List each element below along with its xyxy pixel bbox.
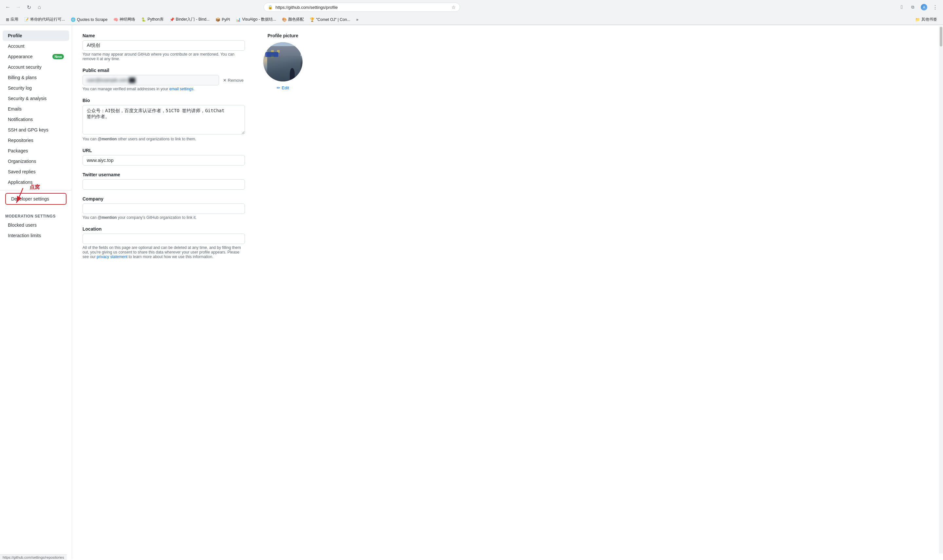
address-bar[interactable]: 🔒 https://github.com/settings/profile ☆ [264, 3, 460, 12]
bookmark-python[interactable]: 🐍 Python库 [139, 16, 166, 23]
bookmark-colors[interactable]: 🎨 颜色搭配 [279, 16, 307, 23]
name-field-group: Name Your name may appear around GitHub … [82, 33, 245, 61]
url-input[interactable] [82, 155, 245, 166]
sidebar-item-ssh-keys[interactable]: SSH and GPG keys [3, 125, 69, 135]
back-button[interactable]: ← [3, 3, 12, 12]
bookmark-comet[interactable]: 🏆 "Comet OJ" | Con... [307, 16, 353, 23]
comet-icon: 🏆 [310, 17, 315, 22]
bookmark-folder[interactable]: 📁 其他书签 [912, 16, 940, 23]
company-label: Company [82, 196, 245, 202]
scrollbar-thumb[interactable] [940, 27, 942, 46]
company-field-group: Company You can @mention your company's … [82, 196, 245, 220]
name-input[interactable] [82, 40, 245, 51]
apps-icon: ⊞ [6, 17, 9, 22]
star-icon[interactable]: ☆ [452, 5, 456, 10]
browser-actions:  ⧉ A ⋮ [897, 3, 940, 12]
email-field-group: Public email user@example.com ██ ✕ Remov… [82, 68, 245, 91]
form-area: Name Your name may appear around GitHub … [82, 33, 245, 266]
avatar-image [263, 42, 303, 82]
bookmark-apps[interactable]: ⊞ 应用 [3, 16, 21, 23]
moderation-section-label: Moderation settings [0, 210, 72, 220]
company-input[interactable] [82, 203, 245, 214]
bookmark-binder[interactable]: 📌 Binder入门 - Bind... [167, 16, 212, 23]
bookmark-quotes[interactable]: 🌐 Quotes to Scrape [68, 16, 110, 23]
profile-picture-section: Profile picture [255, 33, 310, 90]
sidebar-item-packages[interactable]: Packages [3, 146, 69, 156]
blurred-email-text: user@example.com ██ [87, 77, 135, 83]
location-hint: All of the fields on this page are optio… [82, 245, 245, 259]
home-button[interactable]: ⌂ [35, 3, 44, 12]
python-icon: 🐍 [141, 17, 146, 22]
colors-icon: 🎨 [282, 17, 287, 22]
forward-button[interactable]: → [14, 3, 23, 12]
reload-button[interactable]: ↻ [24, 3, 33, 12]
nav-buttons: ← → ↻ ⌂ [3, 3, 44, 12]
email-hint: You can manage verified email addresses … [82, 87, 245, 91]
sidebar-item-account[interactable]: Account [3, 41, 69, 51]
profile-icon[interactable]: A [920, 3, 929, 12]
sidebar-item-repositories[interactable]: Repositories [3, 135, 69, 146]
lock-icon: 🔒 [268, 5, 273, 9]
new-badge: New [52, 54, 64, 59]
bio-label: Bio [82, 98, 245, 103]
page-content: Profile Account Appearance New Account s… [0, 25, 943, 559]
status-bar: https://github.com/settings/repositories [0, 554, 67, 559]
name-label: Name [82, 33, 245, 38]
translate-icon[interactable]:  [897, 3, 906, 12]
annotation-text: 点窝 [29, 184, 40, 191]
pencil-icon: ✏ [277, 85, 280, 90]
bookmarks-bar: ⊞ 应用 📝 将你的代码运行可... 🌐 Quotes to Scrape 🧠 … [0, 14, 943, 25]
email-input-blurred: user@example.com ██ [82, 75, 219, 85]
edit-avatar-button[interactable]: ✏ Edit [277, 85, 289, 90]
location-label: Location [82, 226, 245, 232]
sidebar-item-interaction-limits[interactable]: Interaction limits [3, 230, 69, 241]
bio-hint: You can @mention other users and organiz… [82, 137, 245, 141]
bookmark-code[interactable]: 📝 将你的代码运行可... [22, 16, 68, 23]
location-input[interactable] [82, 234, 245, 244]
twitter-input[interactable] [82, 179, 245, 190]
scrollbar[interactable] [939, 26, 943, 554]
twitter-label: Twitter username [82, 172, 245, 177]
bookmark-more[interactable]: » [353, 16, 361, 23]
main-content: Name Your name may appear around GitHub … [72, 25, 321, 559]
browser-toolbar: ← → ↻ ⌂ 🔒 https://github.com/settings/pr… [0, 0, 943, 14]
sidebar-item-saved-replies[interactable]: Saved replies [3, 166, 69, 177]
visalgo-icon: 📊 [236, 17, 241, 22]
menu-icon[interactable]: ⋮ [931, 3, 940, 12]
status-url: https://github.com/settings/repositories [3, 555, 64, 559]
sidebar-item-emails[interactable]: Emails [3, 104, 69, 114]
sidebar-item-notifications[interactable]: Notifications [3, 114, 69, 125]
sidebar-item-security-log[interactable]: Security log [3, 83, 69, 93]
avatar-container [263, 42, 303, 82]
more-icon: » [356, 17, 358, 22]
profile-picture-title: Profile picture [255, 33, 310, 38]
bookmark-visalgo[interactable]: 📊 VisuAlgo - 数据结... [233, 16, 279, 23]
quotes-icon: 🌐 [71, 17, 76, 22]
privacy-statement-link[interactable]: privacy statement [97, 254, 127, 259]
twitter-field-group: Twitter username [82, 172, 245, 190]
sidebar-item-account-security[interactable]: Account security [3, 62, 69, 72]
sidebar-item-billing[interactable]: Billing & plans [3, 72, 69, 83]
content-with-sidebar: Name Your name may appear around GitHub … [82, 33, 310, 266]
name-hint: Your name may appear around GitHub where… [82, 52, 245, 61]
profile-sidebar: Profile picture [245, 33, 310, 266]
remove-email-button[interactable]: ✕ Remove [222, 77, 245, 84]
binder-icon: 📌 [170, 17, 174, 22]
sidebar: Profile Account Appearance New Account s… [0, 25, 72, 559]
company-hint: You can @mention your company's GitHub o… [82, 215, 245, 220]
sidebar-item-organizations[interactable]: Organizations [3, 156, 69, 166]
bio-input[interactable]: 公众号：AI悦创，百度文库认证作者，51CTO 签约讲师，GitChat 签约作… [82, 105, 245, 134]
sidebar-item-blocked-users[interactable]: Blocked users [3, 220, 69, 230]
sidebar-item-profile[interactable]: Profile [3, 31, 69, 41]
bookmark-pypi[interactable]: 📦 PyPI [213, 16, 233, 23]
address-text: https://github.com/settings/profile [275, 5, 449, 10]
bookmark-neural[interactable]: 🧠 神经网络 [111, 16, 138, 23]
location-field-group: Location All of the fields on this page … [82, 226, 245, 259]
url-label: URL [82, 148, 245, 153]
email-settings-link[interactable]: email settings [169, 87, 193, 91]
email-field-wrapper: user@example.com ██ ✕ Remove [82, 75, 245, 85]
extensions-icon[interactable]: ⧉ [908, 3, 917, 12]
sidebar-item-developer-settings[interactable]: Developer settings [5, 193, 66, 205]
sidebar-item-security-analysis[interactable]: Security & analysis [3, 93, 69, 104]
sidebar-item-appearance[interactable]: Appearance New [3, 51, 69, 62]
